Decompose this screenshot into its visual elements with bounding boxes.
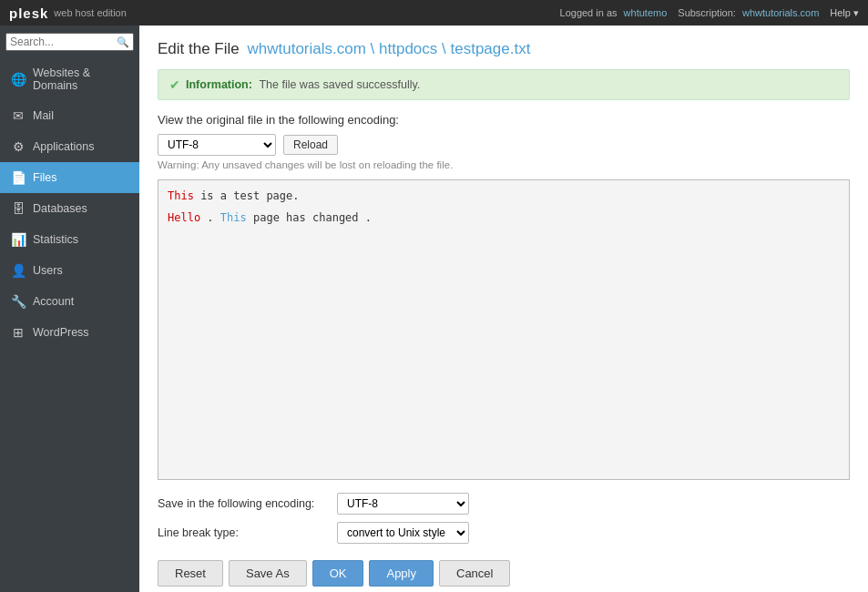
save-encoding-label: Save in the following encoding:	[158, 497, 326, 510]
username-link[interactable]: whtutemo	[624, 7, 668, 18]
mail-icon: ✉	[11, 108, 26, 123]
sidebar-item-databases[interactable]: 🗄 Databases	[0, 193, 139, 224]
text-span: page has	[253, 211, 312, 224]
sidebar-item-label: Websites & Domains	[33, 66, 128, 92]
gear-icon: ⚙	[11, 139, 26, 154]
info-message: Information: The file was saved successf…	[186, 78, 420, 91]
sidebar-item-label: Files	[33, 171, 56, 184]
sidebar-item-label: Applications	[33, 140, 94, 153]
sidebar-item-label: Users	[33, 264, 63, 277]
action-buttons: Reset Save As OK Apply Cancel	[158, 556, 850, 587]
topbar-right: Logged in as whtutemo Subscription: whwt…	[560, 7, 859, 19]
main-layout: 🔍 🌐 Websites & Domains ✉ Mail ⚙ Applicat…	[0, 26, 868, 592]
save-as-button[interactable]: Save As	[229, 560, 307, 587]
sidebar-item-account[interactable]: 🔧 Account	[0, 286, 139, 317]
save-encoding-select[interactable]: UTF-8	[337, 493, 469, 515]
sidebar-item-files[interactable]: 📄 Files	[0, 162, 139, 193]
text-span: This	[220, 211, 247, 224]
topbar: plesk web host edition Logged in as whtu…	[0, 0, 868, 26]
reload-button[interactable]: Reload	[283, 135, 338, 155]
search-input[interactable]	[10, 36, 117, 48]
file-editor[interactable]: This is a test page. Hello . This page h…	[158, 179, 850, 480]
line-break-row: Line break type: convert to Unix style	[158, 522, 850, 544]
sidebar: 🔍 🌐 Websites & Domains ✉ Mail ⚙ Applicat…	[0, 26, 139, 592]
text-span: is a test page.	[194, 189, 300, 202]
text-span: changed	[312, 211, 359, 224]
text-span: .	[207, 211, 220, 224]
reset-button[interactable]: Reset	[158, 560, 223, 587]
apply-button[interactable]: Apply	[369, 560, 434, 587]
encoding-label: View the original file in the following …	[158, 113, 850, 127]
page-title: Edit the File whwtutorials.com \ httpdoc…	[158, 40, 850, 58]
breadcrumb-link[interactable]: whwtutorials.com \ httpdocs \ testpage.t…	[248, 40, 531, 57]
sidebar-item-users[interactable]: 👤 Users	[0, 255, 139, 286]
sidebar-nav: 🌐 Websites & Domains ✉ Mail ⚙ Applicatio…	[0, 58, 139, 592]
globe-icon: 🌐	[11, 72, 26, 87]
search-icon[interactable]: 🔍	[117, 36, 129, 48]
save-encoding-row: Save in the following encoding: UTF-8	[158, 493, 850, 515]
editor-line-1: This is a test page.	[168, 188, 840, 204]
subscription-link[interactable]: whwtutorials.com	[742, 7, 819, 18]
account-icon: 🔧	[11, 294, 26, 309]
database-icon: 🗄	[11, 201, 26, 216]
chart-icon: 📊	[11, 232, 26, 247]
topbar-left: plesk web host edition	[9, 5, 127, 21]
info-icon: ✔	[169, 77, 180, 92]
encoding-select[interactable]: UTF-8	[158, 134, 276, 156]
search-box: 🔍	[0, 26, 139, 58]
save-options: Save in the following encoding: UTF-8 Li…	[158, 493, 850, 544]
subscription-info: Subscription: whwtutorials.com	[678, 7, 819, 18]
info-banner: ✔ Information: The file was saved succes…	[158, 69, 850, 100]
sidebar-item-label: WordPress	[33, 326, 89, 339]
encoding-row: UTF-8 Reload	[158, 134, 850, 156]
sidebar-item-label: Account	[33, 295, 74, 308]
plesk-logo: plesk	[9, 5, 48, 21]
sidebar-item-statistics[interactable]: 📊 Statistics	[0, 224, 139, 255]
text-span: Hello	[168, 211, 200, 224]
warning-text: Warning: Any unsaved changes will be los…	[158, 159, 850, 170]
content-area: Edit the File whwtutorials.com \ httpdoc…	[139, 26, 868, 592]
search-input-wrap[interactable]: 🔍	[5, 33, 134, 51]
file-icon: 📄	[11, 170, 26, 185]
sidebar-item-mail[interactable]: ✉ Mail	[0, 100, 139, 131]
ok-button[interactable]: OK	[312, 560, 364, 587]
line-break-select[interactable]: convert to Unix style	[337, 522, 469, 544]
sidebar-item-label: Statistics	[33, 233, 78, 246]
sidebar-item-wordpress[interactable]: ⊞ WordPress	[0, 317, 139, 348]
editor-line-2: Hello . This page has changed .	[168, 209, 840, 226]
sidebar-item-websites-domains[interactable]: 🌐 Websites & Domains	[0, 58, 139, 100]
wordpress-icon: ⊞	[11, 325, 26, 340]
sidebar-item-applications[interactable]: ⚙ Applications	[0, 131, 139, 162]
help-button[interactable]: Help ▾	[830, 7, 859, 19]
user-icon: 👤	[11, 263, 26, 278]
sidebar-item-label: Databases	[33, 202, 87, 215]
cancel-button[interactable]: Cancel	[439, 560, 510, 587]
user-info: Logged in as whtutemo	[560, 7, 668, 18]
sidebar-item-label: Mail	[33, 109, 54, 122]
edition-label: web host edition	[54, 7, 127, 18]
text-span: This	[168, 189, 194, 202]
text-span: .	[365, 211, 372, 224]
line-break-label: Line break type:	[158, 526, 326, 539]
